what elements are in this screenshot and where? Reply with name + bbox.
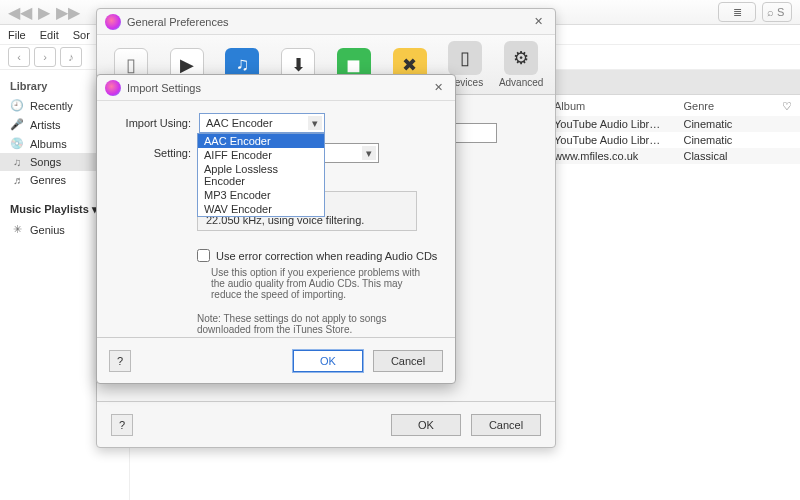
- cell-album: YouTube Audio Libr…: [554, 134, 683, 146]
- sidebar-item-label: Genres: [30, 174, 66, 186]
- cell-album: YouTube Audio Libr…: [554, 118, 683, 130]
- close-icon[interactable]: ✕: [429, 79, 447, 97]
- encoder-dropdown-list: AAC EncoderAIFF EncoderApple Lossless En…: [197, 133, 325, 217]
- playback-controls: ◀◀ ▶ ▶▶: [8, 3, 80, 22]
- error-correction-label: Use error correction when reading Audio …: [216, 250, 437, 262]
- sidebar-icon: 🎤: [10, 118, 24, 131]
- back-button[interactable]: ‹: [8, 47, 30, 67]
- chevron-down-icon[interactable]: ▾: [308, 116, 322, 130]
- col-genre[interactable]: Genre: [683, 100, 774, 113]
- itunes-store-note: Note: These settings do not apply to son…: [197, 313, 427, 335]
- import-using-value: AAC Encoder: [206, 117, 273, 129]
- import-settings-dialog: Import Settings ✕ Import Using: AAC Enco…: [96, 74, 456, 384]
- sidebar-item-label: Songs: [30, 156, 61, 168]
- table-row[interactable]: YouTube Audio Libr…Cinematic: [540, 116, 800, 132]
- import-using-label: Import Using:: [113, 117, 191, 129]
- col-album[interactable]: Album: [554, 100, 683, 113]
- import-cancel-button[interactable]: Cancel: [373, 350, 443, 372]
- sidebar-item-label: Recently: [30, 100, 73, 112]
- cell-genre: Cinematic: [683, 134, 774, 146]
- import-title: Import Settings: [127, 82, 429, 94]
- sidebar-icon: 🕘: [10, 99, 24, 112]
- itunes-icon: [105, 80, 121, 96]
- cell-genre: Cinematic: [683, 118, 774, 130]
- import-titlebar[interactable]: Import Settings ✕: [97, 75, 455, 101]
- help-button[interactable]: ?: [111, 414, 133, 436]
- sidebar-item-label: Albums: [30, 138, 67, 150]
- genius-icon: ✳: [10, 223, 24, 236]
- sidebar-icon: 💿: [10, 137, 24, 150]
- import-ok-button[interactable]: OK: [293, 350, 363, 372]
- menu-edit[interactable]: Edit: [40, 29, 59, 41]
- itunes-icon: [105, 14, 121, 30]
- search-input[interactable]: ⌕ S: [762, 2, 792, 22]
- table-body: YouTube Audio Libr…CinematicYouTube Audi…: [540, 116, 800, 164]
- table-header: ^ Album Genre ♡: [540, 97, 800, 117]
- sidebar-icon: ♫: [10, 156, 24, 168]
- playlist-item-label: Genius: [30, 224, 65, 236]
- menu-song[interactable]: Sor: [73, 29, 90, 41]
- error-correction-checkbox[interactable]: [197, 249, 210, 262]
- encoder-option[interactable]: MP3 Encoder: [198, 188, 324, 202]
- prefs-title: General Preferences: [127, 16, 529, 28]
- prev-track-icon[interactable]: ◀◀: [8, 3, 32, 22]
- prefs-titlebar[interactable]: General Preferences ✕: [97, 9, 555, 35]
- menu-file[interactable]: File: [8, 29, 26, 41]
- tab-advanced[interactable]: ⚙Advanced: [494, 41, 548, 88]
- cell-genre: Classical: [683, 150, 774, 162]
- import-using-dropdown[interactable]: AAC Encoder ▾: [199, 113, 325, 133]
- next-track-icon[interactable]: ▶▶: [56, 3, 80, 22]
- sidebar-icon: ♬: [10, 174, 24, 186]
- close-icon[interactable]: ✕: [529, 13, 547, 31]
- table-row[interactable]: ov…www.mfiles.co.ukClassical: [540, 148, 800, 164]
- list-view-button[interactable]: ≣: [718, 2, 756, 22]
- encoder-option[interactable]: AIFF Encoder: [198, 148, 324, 162]
- prefs-ok-button[interactable]: OK: [391, 414, 461, 436]
- cell-album: www.mfiles.co.uk: [554, 150, 683, 162]
- sidebar-item-label: Artists: [30, 119, 61, 131]
- encoder-option[interactable]: Apple Lossless Encoder: [198, 162, 324, 188]
- chevron-down-icon[interactable]: ▾: [362, 146, 376, 160]
- prefs-cancel-button[interactable]: Cancel: [471, 414, 541, 436]
- play-icon[interactable]: ▶: [38, 3, 50, 22]
- help-button[interactable]: ?: [109, 350, 131, 372]
- music-category-icon[interactable]: ♪: [60, 47, 82, 67]
- table-row[interactable]: YouTube Audio Libr…Cinematic: [540, 132, 800, 148]
- col-love-icon[interactable]: ♡: [774, 100, 800, 113]
- setting-label: Setting:: [113, 147, 191, 159]
- encoder-option[interactable]: AAC Encoder: [198, 134, 324, 148]
- error-correction-hint: Use this option if you experience proble…: [211, 267, 431, 300]
- encoder-option[interactable]: WAV Encoder: [198, 202, 324, 216]
- forward-button[interactable]: ›: [34, 47, 56, 67]
